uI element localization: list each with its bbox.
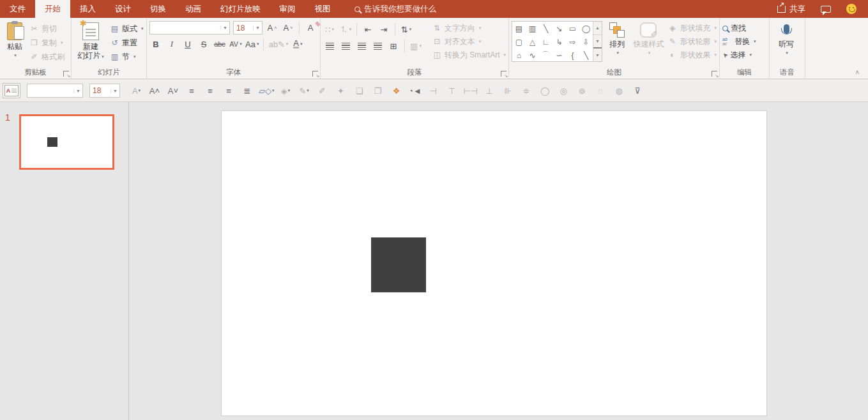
align-left-button[interactable]: [323, 40, 336, 52]
chevron-down-icon[interactable]: ▼: [220, 26, 229, 30]
shape-triangle[interactable]: △: [526, 35, 539, 49]
merge-combine-button[interactable]: ◎: [556, 83, 571, 98]
ribbon-tab[interactable]: 视图: [305, 0, 340, 18]
ribbon-tab[interactable]: 动画: [176, 0, 211, 18]
font-size-combo[interactable]: 18 ▼: [233, 21, 263, 34]
section-button[interactable]: ▥ 节 ▾: [110, 51, 144, 63]
underline-button[interactable]: U: [181, 38, 194, 50]
chevron-down-icon[interactable]: ▼: [110, 89, 119, 93]
align-object-top-button[interactable]: ⊤: [445, 83, 460, 98]
align-center-button[interactable]: [339, 40, 352, 52]
slide-1[interactable]: [221, 110, 767, 416]
send-backward-button[interactable]: ❐: [371, 83, 386, 98]
paste-dropdown[interactable]: ▾: [14, 53, 17, 58]
new-slide-button[interactable]: 新建 幻灯片▾: [74, 21, 107, 68]
align-right-button[interactable]: ≡: [222, 83, 236, 98]
shape-elbow[interactable]: ∟: [539, 35, 552, 49]
replace-button[interactable]: abac 替换 ▾: [722, 36, 756, 47]
merge-union-button[interactable]: ◯: [538, 83, 552, 98]
shape-gallery-scrollbar[interactable]: ▲ ▼ ▼: [593, 22, 602, 61]
distribute-button[interactable]: ⊞: [387, 40, 400, 52]
select-objects-button[interactable]: ❖: [390, 83, 404, 98]
strikethrough-button[interactable]: abc: [213, 38, 226, 50]
quick-styles-button[interactable]: ✦: [334, 83, 349, 98]
format-painter-button[interactable]: ✐: [316, 83, 330, 98]
slide-thumbnail-1[interactable]: [19, 114, 114, 170]
align-center-button[interactable]: ≡: [203, 83, 218, 98]
align-object-bottom-button[interactable]: ⊥: [482, 83, 497, 98]
shape-arrow-line[interactable]: ↘: [552, 22, 566, 35]
slide-thumbnail-panel[interactable]: 1: [0, 102, 129, 420]
shape-rounded-rectangle[interactable]: ▢: [512, 35, 526, 49]
font-dialog-launcher[interactable]: [312, 71, 318, 77]
align-left-button[interactable]: ≡: [185, 83, 199, 98]
line-spacing-button[interactable]: ⇅▾: [400, 23, 413, 36]
align-right-button[interactable]: [355, 40, 368, 52]
textbox-tool-button[interactable]: A: [3, 83, 20, 98]
italic-button[interactable]: I: [165, 38, 178, 50]
format-painter-button[interactable]: ✐ 格式刷: [29, 51, 68, 63]
shape-down-arrow[interactable]: ⇩: [579, 35, 593, 49]
layout-button[interactable]: ▤ 版式 ▾: [110, 23, 144, 34]
shape-outline-button[interactable]: ✎▾: [297, 83, 312, 98]
text-direction-button[interactable]: ⇅ 文字方向 ▾: [432, 22, 506, 34]
change-case-button[interactable]: Aa▾: [245, 38, 259, 50]
merge-subtract-button[interactable]: ◍: [612, 83, 627, 98]
rectangle-shape[interactable]: [371, 237, 426, 292]
shape-diagonal-line[interactable]: ╲: [579, 49, 593, 62]
chevron-down-icon[interactable]: ▼: [253, 26, 262, 30]
ribbon-tab[interactable]: 开始: [35, 0, 70, 18]
shape-fill-button[interactable]: ◈ 形状填充 ▾: [667, 22, 717, 34]
comments-icon[interactable]: [821, 6, 831, 13]
editing-canvas[interactable]: [129, 102, 868, 420]
shape-oval[interactable]: ◯: [579, 22, 593, 35]
shape-right-arrow[interactable]: ⇨: [566, 35, 579, 49]
shape-brace[interactable]: {: [566, 49, 579, 62]
distribute-vertical-button[interactable]: ≑: [519, 83, 534, 98]
distribute-horizontal-button[interactable]: ⊪: [501, 83, 515, 98]
quick-styles-button[interactable]: 快速样式 ▾: [632, 21, 666, 68]
justify-button[interactable]: ≣: [240, 83, 255, 98]
feedback-smiley-icon[interactable]: [846, 4, 857, 14]
chevron-down-icon[interactable]: ▼: [73, 89, 82, 93]
numbering-button[interactable]: ⒈▾: [339, 23, 352, 36]
shape-freeform[interactable]: ⌂: [512, 49, 526, 62]
columns-button[interactable]: ▥▾: [409, 40, 422, 52]
font-color-button[interactable]: A▾: [129, 83, 144, 98]
merge-fragment-button[interactable]: ⊚: [575, 83, 590, 98]
shape-outline-button[interactable]: ✎ 形状轮廓 ▾: [667, 36, 717, 47]
align-object-left-button[interactable]: ⊣: [427, 83, 441, 98]
tab-file[interactable]: 文件: [0, 0, 35, 18]
find-button[interactable]: 查找: [722, 22, 756, 34]
tell-me-search[interactable]: 告诉我你想要做什么: [354, 0, 437, 18]
ribbon-tab[interactable]: 幻灯片放映: [211, 0, 270, 18]
decrease-indent-button[interactable]: ⇤: [362, 23, 374, 36]
align-text-button[interactable]: ⊡ 对齐文本 ▾: [432, 36, 506, 47]
shape-effects-button[interactable]: ◐ 形状效果 ▾: [667, 49, 717, 61]
character-spacing-button[interactable]: AV▾: [229, 38, 242, 50]
convert-smartart-button[interactable]: ◫ 转换为 SmartArt ▾: [432, 49, 506, 61]
ribbon-tab[interactable]: 切换: [141, 0, 176, 18]
font-color-button[interactable]: A▾: [291, 38, 304, 50]
paragraph-dialog-launcher[interactable]: [501, 71, 506, 77]
clipboard-dialog-launcher[interactable]: [63, 71, 69, 77]
shrink-font-button[interactable]: A˅: [166, 83, 181, 98]
copy-button[interactable]: ❐ 复制 ▾: [29, 37, 68, 49]
bullets-button[interactable]: ∷▾: [323, 23, 336, 36]
merge-intersect-button[interactable]: ◌: [593, 83, 608, 98]
arrange-button[interactable]: 排列 ▾: [605, 21, 630, 68]
toolbar-overflow-button[interactable]: ⊽: [630, 83, 645, 98]
justify-button[interactable]: [371, 40, 384, 52]
shape-vertical-textbox[interactable]: ▥: [526, 22, 539, 35]
grow-font-button[interactable]: A˄: [148, 83, 162, 98]
animation-timing-button[interactable]: ◔◄: [408, 83, 423, 98]
shape-arc[interactable]: ⌒: [539, 49, 552, 62]
clear-formatting-button[interactable]: A: [304, 22, 317, 34]
bold-button[interactable]: B: [149, 38, 162, 50]
shape-fill-button[interactable]: ◈▾: [278, 83, 293, 98]
share-button[interactable]: 共享: [777, 4, 805, 15]
align-object-middle-button[interactable]: ⊢⊣: [464, 83, 479, 98]
toolbar-font-size-combo[interactable]: 18 ▼: [89, 84, 120, 98]
shape-elbow-arrow[interactable]: ↳: [552, 35, 566, 49]
ribbon-tab[interactable]: 插入: [70, 0, 105, 18]
